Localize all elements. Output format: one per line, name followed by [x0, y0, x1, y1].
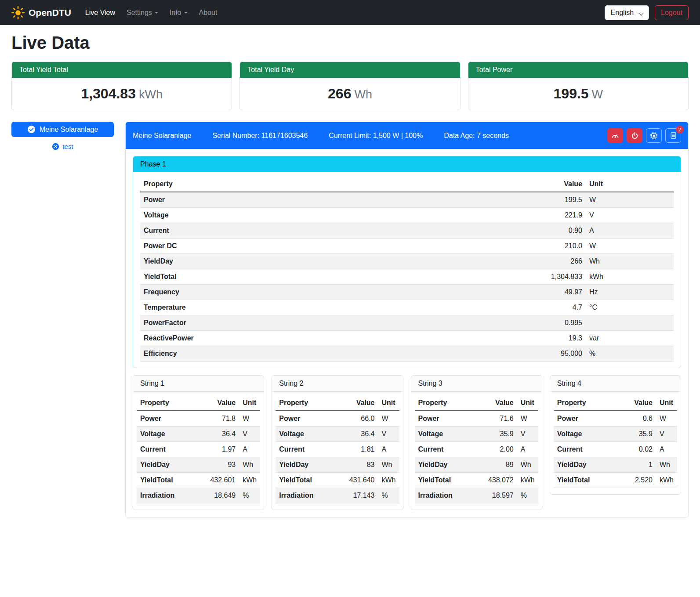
total-power-card: Total Power 199.5W [468, 62, 689, 110]
table-row: Temperature4.7°C [140, 300, 674, 315]
table-row: Voltage221.9V [140, 208, 674, 223]
col-unit: Unit [378, 395, 399, 411]
table-row: Power DC210.0W [140, 239, 674, 254]
table-row: YieldTotal432.601kWh [137, 473, 260, 488]
table-row: Voltage35.9V [554, 427, 677, 442]
chevron-down-icon [184, 12, 188, 14]
table-row: Power71.6W [415, 411, 538, 427]
sun-icon [11, 6, 25, 19]
nav-item-info[interactable]: Info [165, 5, 192, 20]
navbar: OpenDTU Live View Settings Info About En… [0, 0, 700, 25]
brand-label: OpenDTU [29, 7, 71, 18]
device-info-button[interactable] [646, 128, 662, 143]
gauge-icon [611, 132, 619, 140]
table-row: Power199.5W [140, 192, 674, 208]
power-icon [631, 132, 638, 139]
inverter-name: Meine Solaranlage [133, 132, 191, 140]
phase-card-header: Phase 1 [133, 156, 681, 172]
string-card-header: String 1 [133, 376, 264, 392]
card-body: 199.5W [468, 78, 688, 110]
table-row: Power0.6W [554, 411, 677, 427]
table-row: YieldDay93Wh [137, 457, 260, 473]
serial-number: Serial Number: 116171603546 [212, 132, 308, 140]
col-unit: Unit [586, 177, 674, 192]
total-yield-day-card: Total Yield Day 266Wh [239, 62, 460, 110]
data-age: Data Age: 7 seconds [444, 132, 509, 140]
cpu-icon [650, 132, 658, 140]
table-row: YieldTotal2.520kWh [554, 473, 677, 488]
check-circle-icon [27, 125, 36, 134]
card-header: Total Power [468, 62, 688, 78]
phase-table: Property Value Unit Power199.5WVoltage22… [140, 177, 674, 362]
nav-item-about[interactable]: About [195, 5, 222, 20]
table-row: Power66.0W [276, 411, 399, 427]
col-value: Value [205, 395, 239, 411]
chevron-down-icon [155, 12, 158, 14]
table-row: Voltage36.4V [137, 427, 260, 442]
table-row: Irradiation17.143% [276, 488, 399, 503]
table-row: Power71.8W [137, 411, 260, 427]
col-property: Property [415, 395, 483, 411]
table-row: YieldTotal431.640kWh [276, 473, 399, 488]
table-row: Frequency49.97Hz [140, 285, 674, 300]
strings-row: String 1 Property Value Unit [133, 375, 681, 510]
table-row: Irradiation18.649% [137, 488, 260, 503]
table-row: YieldDay1Wh [554, 457, 677, 473]
total-yield-total-card: Total Yield Total 1,304.83kWh [11, 62, 232, 110]
x-circle-icon [52, 143, 59, 150]
event-log-button[interactable]: 2 [665, 128, 681, 143]
table-row: YieldDay83Wh [276, 457, 399, 473]
table-header-row: Property Value Unit [415, 395, 538, 411]
table-header-row: Property Value Unit [137, 395, 260, 411]
card-body: 1,304.83kWh [12, 78, 232, 110]
language-select[interactable]: English [605, 5, 649, 20]
power-button[interactable] [627, 128, 642, 143]
table-row: Current2.00A [415, 442, 538, 457]
sidebar-item-test[interactable]: test [52, 143, 73, 150]
card-unit: Wh [354, 88, 372, 101]
col-unit: Unit [239, 395, 260, 411]
string-card-header: String 2 [272, 376, 403, 392]
card-value: 266 [328, 86, 351, 101]
nav-links: Live View Settings Info About [81, 5, 605, 20]
logout-button[interactable]: Logout [655, 5, 689, 20]
page-title: Live Data [11, 33, 689, 53]
col-unit: Unit [656, 395, 677, 411]
limit-settings-button[interactable] [607, 128, 623, 143]
phase-card: Phase 1 Property Value Unit Power199.5WV… [133, 156, 681, 368]
nav-item-label: Settings [127, 9, 152, 16]
inverter-panel-header: Meine Solaranlage Serial Number: 1161716… [126, 122, 688, 149]
event-count-badge: 2 [676, 126, 684, 134]
string-card-3: String 3 Property Value Unit [411, 375, 542, 510]
inverter-select-button[interactable]: Meine Solaranlage [11, 122, 114, 137]
nav-item-live-view[interactable]: Live View [81, 5, 120, 20]
col-unit: Unit [517, 395, 538, 411]
table-header-row: Property Value Unit [554, 395, 677, 411]
string-table: Property Value Unit Power71.6WVoltage35.… [415, 395, 538, 503]
phase-card-body: Property Value Unit Power199.5WVoltage22… [133, 172, 681, 368]
col-property: Property [140, 177, 407, 192]
string-card-1: String 1 Property Value Unit [133, 375, 264, 510]
table-header-row: Property Value Unit [276, 395, 399, 411]
string-card-body: Property Value Unit Power66.0WVoltage36.… [272, 392, 403, 510]
table-header-row: Property Value Unit [140, 177, 674, 192]
table-row: YieldTotal438.072kWh [415, 473, 538, 488]
col-property: Property [554, 395, 622, 411]
table-row: YieldTotal1,304.833kWh [140, 269, 674, 285]
content: Meine Solaranlage test Meine Solaranlage… [11, 122, 689, 517]
col-value: Value [622, 395, 656, 411]
string-card-body: Property Value Unit Power71.6WVoltage35.… [411, 392, 542, 510]
brand[interactable]: OpenDTU [11, 6, 71, 19]
page: Live Data Total Yield Total 1,304.83kWh … [0, 25, 700, 529]
string-card-body: Property Value Unit Power71.8WVoltage36.… [133, 392, 264, 510]
table-row: YieldDay266Wh [140, 254, 674, 269]
card-header: Total Yield Total [12, 62, 232, 78]
card-header: Total Yield Day [240, 62, 460, 78]
sidebar-item-label: test [62, 143, 73, 150]
nav-item-settings[interactable]: Settings [122, 5, 163, 20]
language-select-value: English [611, 9, 634, 16]
card-unit: W [592, 88, 603, 101]
col-value: Value [344, 395, 378, 411]
table-row: Efficiency95.000% [140, 346, 674, 362]
card-value: 199.5 [554, 86, 589, 101]
